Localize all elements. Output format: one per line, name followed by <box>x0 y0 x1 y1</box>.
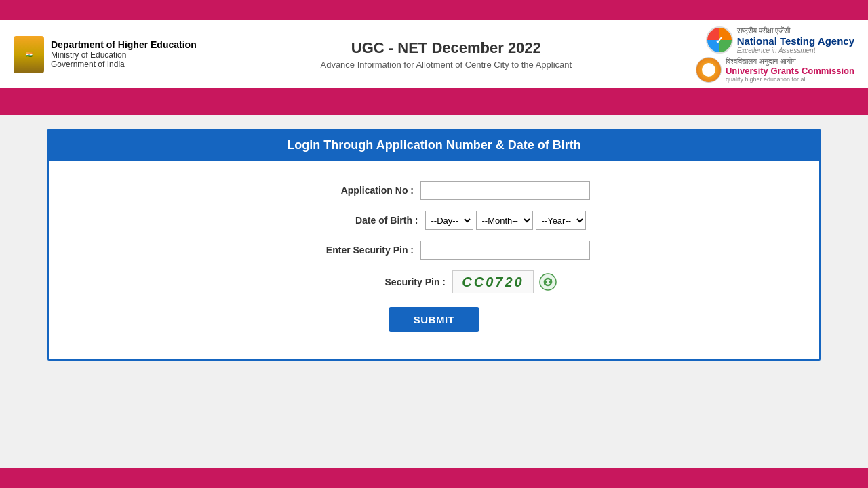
header-right: राष्ट्रीय परीक्षा एजेंसी National Testin… <box>696 26 854 83</box>
ugc-text: विश्वविद्यालय अनुदान आयोग University Gra… <box>726 57 854 83</box>
org-name-1: Department of Higher Education <box>51 39 197 50</box>
captcha-display: CC0720 <box>452 270 558 293</box>
form-title-text: Login Through Application Number & Date … <box>287 138 580 152</box>
page-main-title: UGC - NET December 2022 <box>320 39 572 57</box>
dob-day-select[interactable]: --Day-- 010203 <box>425 211 473 230</box>
org-name-3: Government of India <box>51 60 197 69</box>
ugc-tagline: quality higher education for all <box>726 76 854 83</box>
nta-text: राष्ट्रीय परीक्षा एजेंसी National Testin… <box>737 26 854 54</box>
submit-row: SUBMIT <box>76 307 792 332</box>
bottom-bar <box>0 468 868 488</box>
nta-logo-icon <box>706 26 733 54</box>
header-center: UGC - NET December 2022 Advance Informat… <box>320 39 572 70</box>
dob-label: Date of Birth : <box>283 215 418 226</box>
header-left: 🇮🇳 Department of Higher Education Minist… <box>14 36 197 73</box>
nta-hindi: राष्ट्रीय परीक्षा एजेंसी <box>737 26 854 35</box>
ugc-logo-icon <box>696 57 722 83</box>
application-no-input[interactable] <box>420 181 590 200</box>
svg-point-0 <box>540 274 556 290</box>
header: 🇮🇳 Department of Higher Education Minist… <box>0 20 868 88</box>
ugc-name: University Grants Commission <box>726 66 854 76</box>
login-form-card: Login Through Application Number & Date … <box>47 129 821 361</box>
captcha-box: CC0720 <box>452 270 534 293</box>
ugc-circle-inner <box>702 63 715 77</box>
dob-month-select[interactable]: --Month-- JanuaryFebruaryMarch <box>476 211 533 230</box>
dob-selects: --Day-- 010203 --Month-- JanuaryFebruary… <box>425 211 586 230</box>
main-content: Login Through Application Number & Date … <box>0 115 868 374</box>
security-pin-input[interactable] <box>420 241 590 260</box>
form-card-body: Application No : Date of Birth : --Day--… <box>49 161 819 359</box>
middle-bar <box>0 88 868 115</box>
ugc-hindi: विश्वविद्यालय अनुदान आयोग <box>726 57 854 66</box>
dob-row: Date of Birth : --Day-- 010203 --Month--… <box>76 211 792 230</box>
refresh-icon <box>538 272 557 291</box>
org-name-2: Ministry of Education <box>51 50 197 60</box>
application-no-label: Application No : <box>278 185 414 196</box>
captcha-value: CC0720 <box>462 274 524 290</box>
form-card-title: Login Through Application Number & Date … <box>49 130 819 161</box>
submit-button[interactable]: SUBMIT <box>389 307 479 332</box>
security-pin-label: Enter Security Pin : <box>278 245 414 256</box>
dob-year-select[interactable]: --Year-- 200019991998 <box>536 211 586 230</box>
nta-name: National Testing Agency <box>737 35 854 47</box>
ugc-logo: विश्वविद्यालय अनुदान आयोग University Gra… <box>696 57 854 83</box>
captcha-label: Security Pin : <box>310 277 446 287</box>
org-info: Department of Higher Education Ministry … <box>51 39 197 69</box>
captcha-row: Security Pin : CC0720 <box>76 270 792 293</box>
security-pin-row: Enter Security Pin : <box>76 241 792 260</box>
nta-tagline: Excellence in Assessment <box>737 47 854 54</box>
page-subtitle: Advance Information for Allotment of Cen… <box>320 60 572 70</box>
refresh-captcha-button[interactable] <box>538 272 558 292</box>
top-bar <box>0 0 868 20</box>
application-no-row: Application No : <box>76 181 792 200</box>
india-emblem-icon: 🇮🇳 <box>14 36 44 73</box>
nta-logo: राष्ट्रीय परीक्षा एजेंसी National Testin… <box>706 26 854 54</box>
